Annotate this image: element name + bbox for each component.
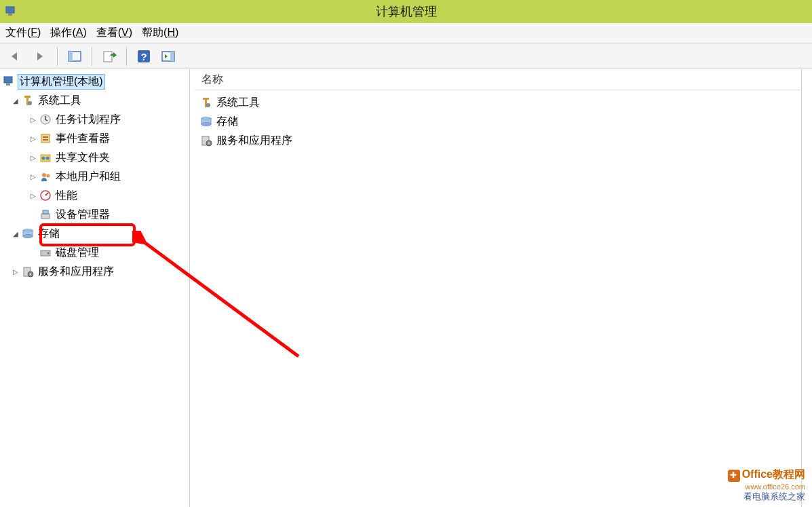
- list-item-services-apps[interactable]: 服务和应用程序: [195, 131, 800, 150]
- shared-folders-icon: [38, 151, 53, 164]
- svg-rect-9: [4, 77, 12, 83]
- tree-label: 本地用户和组: [54, 169, 122, 185]
- svg-rect-8: [170, 52, 174, 61]
- tree-services-apps[interactable]: ▷ 服务和应用程序: [1, 262, 188, 281]
- tree-device-manager[interactable]: 设备管理器: [1, 205, 188, 224]
- svg-rect-10: [6, 83, 10, 86]
- svg-rect-24: [41, 214, 50, 219]
- window-title: 计算机管理: [376, 3, 437, 20]
- disk-icon: [38, 246, 53, 259]
- svg-rect-12: [24, 96, 31, 98]
- tree-local-users[interactable]: ▷ 本地用户和组: [1, 167, 188, 186]
- svg-point-28: [23, 235, 33, 238]
- export-button[interactable]: [99, 46, 119, 67]
- svg-point-36: [206, 103, 210, 107]
- services-icon: [199, 134, 214, 147]
- tree-label: 共享文件夹: [54, 150, 111, 166]
- toolbar: ?: [0, 43, 812, 69]
- svg-point-30: [47, 252, 50, 255]
- tree-label: 磁盘管理: [54, 245, 100, 261]
- device-manager-icon: [38, 208, 53, 221]
- menu-file[interactable]: 文件(F): [5, 26, 41, 40]
- app-icon: [3, 4, 18, 19]
- tree-label: 事件查看器: [54, 131, 111, 147]
- svg-point-21: [42, 173, 46, 177]
- computer-management-icon: [1, 75, 16, 88]
- list-item-label: 存储: [216, 115, 238, 129]
- svg-text:?: ?: [140, 51, 147, 62]
- collapse-icon[interactable]: ◢: [11, 230, 20, 238]
- tree-label: 存储: [37, 226, 61, 242]
- menubar: 文件(F) 操作(A) 查看(V) 帮助(H): [0, 23, 812, 43]
- list-header-name[interactable]: 名称: [195, 70, 800, 90]
- toolbar-separator: [57, 47, 58, 66]
- event-viewer-icon: [38, 132, 53, 145]
- expand-icon[interactable]: ▷: [28, 135, 38, 143]
- svg-rect-25: [43, 210, 48, 214]
- tree-pane: 计算机管理(本地) ◢ 系统工具 ▷ 任务计划程序 ▷ 事件查看器 ▷ 共享文件…: [0, 69, 190, 507]
- svg-point-20: [46, 157, 50, 160]
- tools-icon: [20, 94, 35, 107]
- watermark-line2: www.office26.com: [728, 482, 805, 491]
- svg-point-33: [30, 274, 32, 276]
- tree-system-tools[interactable]: ◢ 系统工具: [1, 91, 188, 110]
- list-item-storage[interactable]: 存储: [195, 112, 800, 131]
- back-button[interactable]: [5, 46, 26, 67]
- svg-rect-0: [6, 7, 14, 13]
- expand-icon[interactable]: ▷: [28, 116, 38, 124]
- storage-icon: [20, 227, 35, 240]
- list-item-label: 系统工具: [216, 96, 260, 110]
- clock-icon: [38, 113, 53, 126]
- expand-icon[interactable]: ▷: [28, 173, 38, 181]
- tree-storage[interactable]: ◢ 存储: [1, 224, 188, 243]
- svg-rect-15: [41, 134, 50, 143]
- svg-rect-3: [69, 52, 73, 61]
- tree-performance[interactable]: ▷ 性能: [1, 186, 188, 205]
- collapse-icon[interactable]: ◢: [11, 97, 20, 105]
- tree-task-scheduler[interactable]: ▷ 任务计划程序: [1, 110, 188, 129]
- tree-label: 任务计划程序: [54, 112, 122, 128]
- toolbar-separator: [92, 47, 92, 66]
- svg-rect-1: [8, 14, 12, 16]
- svg-point-42: [208, 143, 210, 145]
- expand-icon[interactable]: ▷: [28, 192, 38, 200]
- svg-point-19: [42, 157, 45, 160]
- action-pane-button[interactable]: [158, 46, 178, 67]
- menu-action[interactable]: 操作(A): [50, 26, 86, 40]
- tree-shared-folders[interactable]: ▷ 共享文件夹: [1, 148, 188, 167]
- tree-label: 性能: [54, 188, 79, 204]
- performance-icon: [38, 189, 53, 202]
- expand-icon[interactable]: ▷: [11, 268, 20, 276]
- watermark-line3: 看电脑系统之家: [728, 491, 805, 503]
- svg-rect-17: [43, 139, 48, 140]
- tree-event-viewer[interactable]: ▷ 事件查看器: [1, 129, 188, 148]
- list-body: 系统工具 存储 服务和应用程序: [195, 90, 800, 153]
- toolbar-separator: [126, 47, 127, 66]
- svg-point-13: [28, 101, 32, 105]
- forward-button[interactable]: [30, 46, 50, 67]
- show-hide-button[interactable]: [64, 46, 85, 67]
- watermark-icon: [728, 470, 740, 482]
- help-button[interactable]: ?: [134, 46, 154, 67]
- tools-icon: [199, 96, 214, 109]
- list-pane: 名称 系统工具 存储 服务和应用程序: [190, 69, 812, 507]
- svg-rect-4: [104, 52, 112, 62]
- tree: 计算机管理(本地) ◢ 系统工具 ▷ 任务计划程序 ▷ 事件查看器 ▷ 共享文件…: [1, 72, 188, 281]
- titlebar: 计算机管理: [0, 0, 812, 23]
- watermark-line1: Office教程网: [742, 468, 805, 480]
- svg-point-39: [201, 123, 211, 126]
- tree-disk-management[interactable]: 磁盘管理: [1, 243, 188, 262]
- storage-icon: [199, 115, 214, 128]
- expand-icon[interactable]: ▷: [28, 154, 38, 162]
- content-area: 计算机管理(本地) ◢ 系统工具 ▷ 任务计划程序 ▷ 事件查看器 ▷ 共享文件…: [0, 69, 812, 507]
- menu-help[interactable]: 帮助(H): [142, 26, 178, 40]
- list-item-system-tools[interactable]: 系统工具: [195, 93, 800, 112]
- svg-point-22: [47, 174, 50, 178]
- svg-rect-35: [203, 98, 209, 100]
- menu-view[interactable]: 查看(V): [96, 26, 132, 40]
- users-icon: [38, 170, 53, 183]
- tree-root[interactable]: 计算机管理(本地): [1, 72, 188, 91]
- column-header-label: 名称: [201, 73, 223, 87]
- tree-label: 系统工具: [37, 93, 83, 109]
- list-item-label: 服务和应用程序: [216, 134, 292, 148]
